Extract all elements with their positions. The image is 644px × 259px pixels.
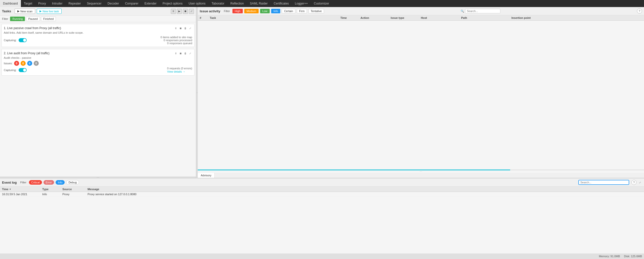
advisory-tab[interactable]: Advisory bbox=[198, 173, 215, 178]
task-1-delete-btn[interactable]: 🗑 bbox=[183, 26, 187, 30]
memory-status: Memory: 91.0MB bbox=[599, 255, 620, 258]
task-2-capturing-label: Capturing: bbox=[4, 69, 17, 72]
event-row-0-type: Info bbox=[42, 193, 62, 196]
task-2-meta: Capturing: 0 requests (0 errors) View de… bbox=[4, 67, 192, 73]
event-col-source: Source bbox=[62, 188, 88, 191]
event-filter-debug[interactable]: Debug bbox=[66, 180, 79, 185]
task-1-actions: ⏸ ⏹ 🗑 ⤢ bbox=[174, 26, 192, 30]
task-2-view-details[interactable]: View details → bbox=[167, 70, 185, 73]
issue-filter-info[interactable]: Info bbox=[271, 9, 280, 13]
task-2-issue-red[interactable]: 0 bbox=[14, 61, 19, 66]
nav-item-dashboard[interactable]: Dashboard bbox=[0, 0, 21, 7]
task-1-stat-1: 0 responses processed bbox=[160, 39, 192, 42]
tasks-filter-finished[interactable]: Finished bbox=[41, 17, 56, 21]
task-2-issues-row: Issues: 0 0 0 0 bbox=[4, 61, 192, 66]
event-search-input[interactable] bbox=[579, 180, 629, 185]
task-2-toggle[interactable] bbox=[19, 68, 27, 72]
event-filter-error[interactable]: Error bbox=[44, 180, 54, 185]
task-1-capturing-label: Capturing: bbox=[4, 39, 17, 42]
event-filter-info[interactable]: Info bbox=[56, 180, 65, 185]
tasks-filter-paused[interactable]: Paused bbox=[26, 17, 40, 21]
issue-filter-low[interactable]: Low bbox=[260, 9, 270, 13]
issue-filter-certain[interactable]: Certain bbox=[282, 9, 295, 13]
task-1-title: 1. Live passive crawl from Proxy (all tr… bbox=[4, 26, 61, 30]
issue-filter-firm[interactable]: Firm bbox=[297, 9, 307, 13]
new-scan-button[interactable]: ▶ New scan bbox=[15, 9, 35, 14]
nav-item-sequencer[interactable]: Sequencer bbox=[84, 0, 105, 7]
task-2-expand-btn[interactable]: ⤢ bbox=[188, 51, 192, 55]
event-log-help-button[interactable]: ? bbox=[631, 180, 636, 185]
new-live-task-icon: ▶ bbox=[39, 10, 42, 13]
issue-col-time: Time bbox=[340, 16, 360, 19]
stop-all-button[interactable]: ⏹ bbox=[183, 9, 188, 14]
event-log-expand-button[interactable]: ⤢ bbox=[638, 180, 642, 184]
event-row-0-source: Proxy bbox=[62, 193, 88, 196]
top-nav: Dashboard Target Proxy Intruder Repeater… bbox=[0, 0, 644, 7]
task-1-toggle[interactable] bbox=[19, 38, 27, 42]
event-log-title: Event log bbox=[2, 181, 17, 184]
nav-item-loggerpp[interactable]: Logger++ bbox=[292, 0, 311, 7]
issue-col-insertion: Insertion point bbox=[511, 16, 642, 19]
main-container: Tasks ▶ New scan ▶ New live task ⏸ ▶ ⏹ ⤢ bbox=[0, 7, 644, 259]
nav-item-certificates[interactable]: Certificates bbox=[271, 0, 292, 7]
task-2-requests: 0 requests (0 errors) bbox=[167, 67, 192, 70]
tasks-title: Tasks bbox=[2, 9, 11, 13]
task-2-issue-orange[interactable]: 0 bbox=[21, 61, 26, 66]
task-2-actions: ⏸ ⏹ 🗑 ⤢ bbox=[174, 51, 192, 55]
task-2-delete-btn[interactable]: 🗑 bbox=[183, 51, 187, 55]
task-2-right-meta: 0 requests (0 errors) View details → bbox=[167, 67, 192, 73]
task-1-meta: Capturing: 0 items added to site map 0 r… bbox=[4, 36, 192, 45]
nav-item-customizer[interactable]: Customizer bbox=[311, 0, 332, 7]
task-2-desc: Audit checks - passive bbox=[4, 56, 192, 59]
task-1-expand-btn[interactable]: ⤢ bbox=[188, 26, 192, 30]
nav-item-reflection[interactable]: Reflection bbox=[227, 0, 247, 7]
event-filter-label: Filter bbox=[20, 181, 26, 184]
pause-all-button[interactable]: ⏸ bbox=[171, 9, 176, 14]
issue-filter-medium[interactable]: Medium bbox=[244, 9, 259, 13]
issue-search-input[interactable] bbox=[465, 9, 500, 13]
progress-dots: ⋯ bbox=[198, 170, 644, 172]
event-filter-critical[interactable]: Critical bbox=[29, 180, 42, 185]
new-live-task-label: New live task bbox=[43, 10, 59, 13]
task-2-stop-btn[interactable]: ⏹ bbox=[179, 51, 183, 55]
task-2-issue-gray[interactable]: 0 bbox=[34, 61, 39, 66]
nav-item-comparer[interactable]: Comparer bbox=[122, 0, 141, 7]
issue-activity-header: Issue activity Filter High Medium Low In… bbox=[198, 7, 644, 15]
task-1-stats: 0 items added to site map 0 responses pr… bbox=[160, 36, 192, 45]
event-row-0-message: Proxy service started on 127.0.0.1:8080 bbox=[88, 193, 642, 196]
nav-item-decoder[interactable]: Decoder bbox=[105, 0, 122, 7]
task-2-issue-blue[interactable]: 0 bbox=[27, 61, 32, 66]
event-table-body: 16:31:59 5 Jan 2021 Info Proxy Proxy ser… bbox=[0, 192, 644, 253]
nav-item-proxy[interactable]: Proxy bbox=[35, 0, 49, 7]
tasks-filter-running[interactable]: Running bbox=[10, 17, 25, 21]
issue-filter-high[interactable]: High bbox=[232, 9, 243, 13]
task-1-desc: Add links. Add item itself, same domain … bbox=[4, 31, 192, 34]
issue-help-button[interactable]: ? bbox=[637, 9, 642, 14]
task-1-pause-btn[interactable]: ⏸ bbox=[174, 26, 178, 30]
nav-item-taborator[interactable]: Taborator bbox=[209, 0, 227, 7]
issue-col-type: Issue type bbox=[391, 16, 421, 19]
issue-col-num: # bbox=[200, 16, 210, 19]
new-live-task-button[interactable]: ▶ New live task bbox=[37, 9, 62, 14]
nav-item-extender[interactable]: Extender bbox=[141, 0, 159, 7]
issue-filter-label: Filter bbox=[224, 10, 230, 13]
resume-all-button[interactable]: ▶ bbox=[177, 9, 182, 14]
nav-item-user-options[interactable]: User options bbox=[186, 0, 209, 7]
nav-item-target[interactable]: Target bbox=[21, 0, 35, 7]
event-row-0[interactable]: 16:31:59 5 Jan 2021 Info Proxy Proxy ser… bbox=[0, 192, 644, 197]
issue-table-header: # Task Time Action Issue type Host Path … bbox=[198, 15, 644, 21]
issue-progress-container: ⋯ bbox=[198, 169, 644, 173]
nav-item-saml-raider[interactable]: SAML Raider bbox=[247, 0, 271, 7]
tasks-content: 1. Live passive crawl from Proxy (all tr… bbox=[0, 22, 196, 177]
event-col-time[interactable]: Time ▼ bbox=[2, 188, 42, 191]
issue-filter-tentative[interactable]: Tentative bbox=[308, 9, 324, 13]
nav-item-repeater[interactable]: Repeater bbox=[65, 0, 84, 7]
issue-activity-title: Issue activity bbox=[200, 9, 220, 13]
issue-col-path: Path bbox=[461, 16, 511, 19]
task-1-stop-btn[interactable]: ⏹ bbox=[179, 26, 183, 30]
nav-item-intruder[interactable]: Intruder bbox=[49, 0, 65, 7]
task-2-pause-btn[interactable]: ⏸ bbox=[174, 51, 178, 55]
expand-tasks-button[interactable]: ⤢ bbox=[189, 9, 194, 14]
nav-item-project-options[interactable]: Project options bbox=[159, 0, 185, 7]
tasks-header: Tasks ▶ New scan ▶ New live task ⏸ ▶ ⏹ ⤢ bbox=[0, 7, 196, 16]
